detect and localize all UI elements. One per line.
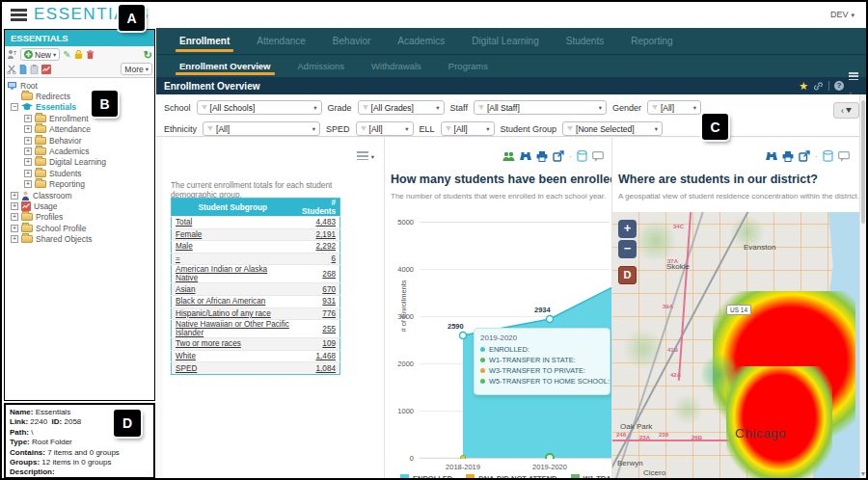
data-source-icon[interactable] — [823, 150, 833, 162]
tree-item-essentials[interactable]: Essentials — [11, 102, 154, 113]
school-filter-dropdown[interactable]: [All Schools] — [197, 100, 322, 115]
tab-behavior[interactable]: Behavior — [319, 28, 384, 54]
staff-filter-dropdown[interactable]: [All Staff] — [474, 100, 607, 115]
map-zoom-in-button[interactable]: + — [618, 220, 637, 238]
comment-icon[interactable] — [592, 151, 604, 162]
expand-expander-icon[interactable] — [24, 147, 32, 155]
share-link-icon[interactable] — [813, 81, 824, 92]
expand-expander-icon[interactable] — [24, 137, 32, 145]
data-point-2018 — [460, 333, 467, 339]
ethnicity-filter-dropdown[interactable]: [All] — [203, 121, 320, 136]
collapse-expander-icon[interactable] — [11, 103, 18, 111]
expand-expander-icon[interactable] — [24, 125, 32, 133]
expand-expander-icon[interactable] — [24, 180, 32, 188]
legend-item[interactable]: ENROLLED — [400, 474, 452, 478]
map-zoom-out-button[interactable]: − — [618, 240, 637, 258]
data-source-icon[interactable] — [577, 150, 587, 162]
report-icon[interactable] — [41, 65, 51, 74]
tree-item-root[interactable]: Root — [7, 80, 154, 91]
tree-item-shared-objects[interactable]: Shared Objects — [11, 233, 154, 244]
more-button[interactable]: More — [121, 63, 152, 75]
favorite-star-icon[interactable]: ★ — [799, 80, 808, 93]
legend-item[interactable]: W1-TRA — [571, 474, 611, 478]
tree-item-school-profile[interactable]: School Profile — [11, 223, 154, 233]
expand-expander-icon[interactable] — [11, 213, 18, 221]
table-row: Native Hawaiian or Other Pacific Islande… — [172, 320, 340, 338]
tree-item-reporting[interactable]: Reporting — [24, 179, 154, 190]
expand-expander-icon[interactable] — [11, 202, 18, 210]
print-icon[interactable] — [782, 151, 794, 162]
scrollbar-thumb[interactable] — [861, 100, 865, 224]
cut-icon[interactable] — [7, 65, 16, 74]
subtab-enrollment-overview[interactable]: Enrollment Overview — [166, 55, 285, 77]
new-button[interactable]: New — [20, 48, 60, 61]
edit-icon[interactable]: ✎ — [63, 50, 70, 60]
explore-binoculars-icon[interactable] — [520, 151, 531, 162]
environment-dropdown[interactable]: DEV — [830, 10, 854, 19]
tree-item-usage[interactable]: Usage — [11, 200, 154, 211]
paste-icon[interactable] — [30, 65, 39, 74]
data-point-2019 — [547, 316, 554, 323]
expand-expander-icon[interactable] — [11, 192, 18, 200]
tree-item-enrollment[interactable]: Enrollment — [24, 113, 154, 123]
tab-reporting[interactable]: Reporting — [617, 28, 686, 54]
sped-filter-dropdown[interactable]: [All] — [356, 121, 414, 136]
panel-menu-icon[interactable] — [357, 151, 374, 162]
us-14-route-badge: US 14 — [726, 305, 751, 315]
students-group-icon[interactable] — [502, 151, 515, 162]
subtab-programs[interactable]: Programs — [435, 55, 502, 77]
tree-item-classroom[interactable]: Classroom — [11, 190, 154, 200]
help-icon[interactable]: ? — [834, 81, 844, 91]
col-header-subgroup[interactable]: Student Subgroup — [172, 199, 294, 217]
collapse-filters-button[interactable]: ‹ — [833, 102, 859, 119]
district-map[interactable]: 34C 37A 39A 41B 42A 248 23A 238 26B 29A … — [612, 212, 863, 478]
tree-item-redirects[interactable]: Redirects — [11, 91, 154, 101]
lock-icon[interactable] — [74, 49, 83, 60]
tree-item-digital-learning[interactable]: Digital Learning — [24, 157, 154, 168]
delete-icon[interactable] — [86, 50, 95, 60]
svg-text:T: T — [14, 50, 16, 56]
tree-item-students[interactable]: Students — [24, 168, 154, 178]
user-type-icon[interactable]: T — [7, 49, 17, 60]
graduation-cap-icon — [21, 103, 33, 111]
tree-item-behavior[interactable]: Behavior — [24, 135, 154, 146]
scrollbar[interactable] — [859, 94, 866, 478]
export-icon[interactable] — [553, 150, 564, 162]
student-group-filter-dropdown[interactable]: [None Selected] — [562, 121, 663, 136]
tree-item-academics[interactable]: Academics — [24, 146, 154, 156]
expand-expander-icon[interactable] — [11, 225, 18, 232]
scrollbar-down-arrow-icon[interactable] — [861, 472, 865, 476]
explore-binoculars-icon[interactable] — [766, 151, 777, 162]
hamburger-menu-icon[interactable] — [11, 9, 27, 21]
tab-digital-learning[interactable]: Digital Learning — [458, 28, 553, 54]
refresh-icon[interactable]: ↻ — [144, 50, 152, 60]
info-description: Description: — [10, 467, 149, 477]
expand-expander-icon[interactable] — [24, 170, 32, 177]
tab-academics[interactable]: Academics — [384, 28, 458, 54]
gender-filter-dropdown[interactable]: [All] — [647, 100, 701, 115]
tree-item-profiles[interactable]: Profiles — [11, 212, 154, 223]
tab-students[interactable]: Students — [553, 28, 617, 54]
col-header-students[interactable]: # Students — [293, 199, 339, 217]
funnel-icon — [207, 126, 213, 131]
grade-filter-dropdown[interactable]: [All Grades] — [358, 100, 445, 115]
tooltip-title: 2019-2020 — [480, 333, 604, 342]
tab-attendance[interactable]: Attendance — [243, 28, 319, 54]
tab-enrollment[interactable]: Enrollment — [166, 28, 243, 54]
tree-item-attendance[interactable]: Attendance — [24, 124, 154, 135]
y-tick: 3000 — [385, 312, 414, 321]
map-d-marker-badge[interactable]: D — [618, 266, 637, 284]
copy-icon[interactable] — [19, 65, 27, 74]
ell-filter-dropdown[interactable]: [All] — [441, 121, 495, 136]
comment-icon[interactable] — [838, 151, 850, 162]
funnel-icon — [446, 126, 451, 131]
export-icon[interactable] — [799, 150, 810, 162]
subtab-admissions[interactable]: Admissions — [285, 55, 359, 77]
legend-item[interactable]: DNA-DID NOT ATTEND — [466, 474, 556, 478]
expand-expander-icon[interactable] — [24, 158, 32, 166]
print-icon[interactable] — [536, 151, 548, 162]
route-marker: 23A — [639, 435, 650, 440]
expand-expander-icon[interactable] — [11, 235, 18, 243]
expand-expander-icon[interactable] — [24, 115, 32, 122]
subtab-withdrawals[interactable]: Withdrawals — [358, 55, 435, 77]
